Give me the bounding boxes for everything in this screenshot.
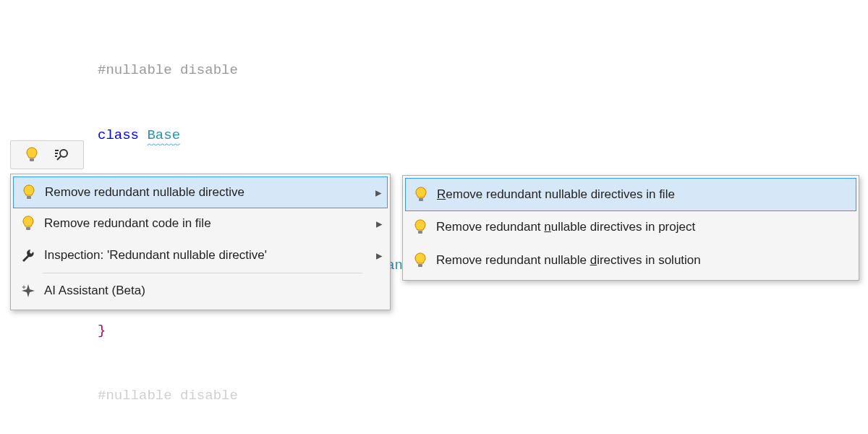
svg-rect-10 — [418, 264, 422, 267]
directive: #nullable disable — [98, 62, 238, 78]
wrench-icon — [18, 248, 38, 263]
svg-rect-0 — [30, 158, 34, 161]
submenu-item[interactable]: Remove redundant nullable directives in … — [405, 178, 856, 211]
svg-rect-9 — [418, 231, 422, 234]
submenu-item[interactable]: Remove redundant nullable directives in … — [403, 210, 859, 244]
svg-point-1 — [60, 150, 67, 157]
directive-faded: #nullable disable — [98, 388, 238, 404]
bulb-yellow-icon — [19, 184, 39, 200]
sparkle-icon — [18, 284, 38, 298]
menu-item-label: AI Assistant (Beta) — [38, 284, 383, 298]
quickfix-menu[interactable]: Remove redundant nullable directive▸Remo… — [10, 174, 391, 310]
menu-item-label: Remove redundant nullable directive — [39, 185, 370, 200]
chevron-right-icon: ▸ — [371, 216, 383, 231]
menu-item-label: Inspection: 'Redundant nullable directiv… — [38, 248, 371, 263]
chevron-right-icon: ▸ — [371, 248, 383, 263]
class-name: Base — [147, 127, 180, 145]
brace: } — [98, 323, 106, 339]
submenu-item-label: Remove redundant nullable directives in … — [430, 253, 851, 268]
submenu-item-label: Remove redundant nullable directives in … — [431, 187, 851, 202]
menu-separator — [43, 273, 362, 273]
bulb-yellow-icon — [410, 219, 430, 235]
submenu-item[interactable]: Remove redundant nullable directives in … — [403, 244, 859, 277]
bulb-yellow-icon — [411, 187, 431, 203]
bulb-yellow-icon — [410, 252, 430, 268]
menu-item[interactable]: Remove redundant code in file▸ — [11, 208, 390, 239]
svg-line-2 — [57, 156, 61, 160]
chevron-right-icon: ▸ — [370, 185, 382, 200]
search-icon[interactable] — [52, 148, 72, 162]
svg-rect-7 — [26, 227, 30, 230]
kw-class: class — [98, 127, 139, 143]
lightbulb-icon[interactable] — [22, 147, 42, 163]
menu-item[interactable]: AI Assistant (Beta) — [11, 275, 390, 307]
svg-rect-8 — [419, 198, 423, 201]
quickfix-submenu[interactable]: Remove redundant nullable directives in … — [402, 175, 859, 281]
menu-item[interactable]: Remove redundant nullable directive▸ — [13, 176, 388, 208]
submenu-item-label: Remove redundant nullable directives in … — [430, 220, 851, 234]
svg-rect-6 — [27, 196, 31, 199]
bulb-yellow-icon — [18, 216, 38, 231]
menu-item[interactable]: Inspection: 'Redundant nullable directiv… — [11, 239, 390, 271]
quickfix-gutter[interactable] — [10, 140, 84, 169]
menu-item-label: Remove redundant code in file — [38, 216, 371, 231]
